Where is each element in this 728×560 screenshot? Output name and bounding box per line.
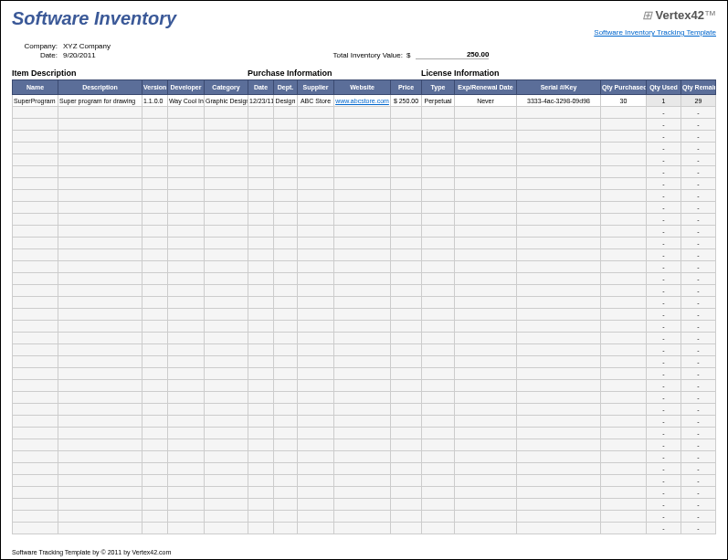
- cell: [168, 249, 205, 261]
- website-link[interactable]: www.abcstore.com: [335, 98, 389, 104]
- cell: [58, 511, 142, 523]
- cell: [58, 285, 142, 297]
- cell: [334, 380, 391, 392]
- cell: [517, 202, 601, 214]
- cell: Never: [455, 95, 517, 107]
- cell: [455, 463, 517, 475]
- cell: [205, 439, 248, 451]
- cell: [248, 261, 274, 273]
- cell: [391, 131, 422, 143]
- cell: -: [647, 416, 681, 428]
- cell: [142, 451, 168, 463]
- cell: [274, 226, 298, 238]
- cell: [168, 131, 205, 143]
- cell: [13, 321, 58, 333]
- cell: -: [681, 511, 716, 523]
- cell: 30: [601, 95, 647, 107]
- table-row: --: [13, 463, 716, 475]
- cell: [168, 297, 205, 309]
- cell: [142, 368, 168, 380]
- cell: [13, 297, 58, 309]
- cell: [274, 131, 298, 143]
- cell: [517, 463, 601, 475]
- cell: [517, 119, 601, 131]
- cell: [142, 333, 168, 344]
- cell: [142, 511, 168, 523]
- cell: -: [681, 131, 716, 143]
- cell: [13, 131, 58, 143]
- cell: [58, 475, 142, 487]
- table-row: --: [13, 190, 716, 202]
- cell: [58, 523, 142, 534]
- cell: [298, 356, 334, 368]
- cell: [422, 392, 455, 404]
- cell: [455, 511, 517, 523]
- cell: 3333-4ac-3298-09d98: [517, 95, 601, 107]
- cell: www.abcstore.com: [334, 95, 391, 107]
- cell: [58, 154, 142, 166]
- cell: [13, 404, 58, 416]
- cell: -: [681, 333, 716, 344]
- cell: [517, 356, 601, 368]
- col-header: Developer: [168, 80, 205, 95]
- cell: [517, 475, 601, 487]
- cell: [601, 107, 647, 119]
- cell: [517, 333, 601, 344]
- cell: [58, 309, 142, 321]
- cell: [168, 451, 205, 463]
- cell: [58, 249, 142, 261]
- cell: [601, 226, 647, 238]
- cell: [142, 463, 168, 475]
- table-row: --: [13, 107, 716, 119]
- col-header: Name: [13, 80, 58, 95]
- table-row: --: [13, 297, 716, 309]
- cell: -: [647, 107, 681, 119]
- cell: [298, 309, 334, 321]
- cell: [422, 321, 455, 333]
- table-row: --: [13, 238, 716, 249]
- cell: [391, 487, 422, 499]
- cell: [298, 439, 334, 451]
- cell: [248, 428, 274, 439]
- template-link[interactable]: Software Inventory Tracking Template: [594, 28, 716, 37]
- cell: -: [681, 214, 716, 226]
- cell: [248, 143, 274, 154]
- cell: [601, 238, 647, 249]
- cell: [517, 166, 601, 178]
- cell: [298, 166, 334, 178]
- cell: [422, 368, 455, 380]
- table-row: --: [13, 475, 716, 487]
- col-header: Qty Used: [647, 80, 681, 95]
- cell: [58, 356, 142, 368]
- cell: [205, 428, 248, 439]
- cell: [168, 404, 205, 416]
- col-header: Description: [58, 80, 142, 95]
- cell: [334, 392, 391, 404]
- cell: [601, 487, 647, 499]
- cell: -: [647, 511, 681, 523]
- cell: -: [681, 249, 716, 261]
- brand-block: ⊞ Vertex42™ Software Inventory Tracking …: [594, 8, 716, 38]
- cell: [142, 356, 168, 368]
- cell: [205, 214, 248, 226]
- cell: [391, 119, 422, 131]
- cell: [334, 344, 391, 356]
- table-row: --: [13, 404, 716, 416]
- cell: -: [681, 166, 716, 178]
- cell: [13, 166, 58, 178]
- cell: [58, 439, 142, 451]
- cell: [58, 131, 142, 143]
- cell: [334, 523, 391, 534]
- cell: [334, 249, 391, 261]
- cell: [391, 214, 422, 226]
- cell: [601, 178, 647, 190]
- cell: [13, 214, 58, 226]
- section-license: License Information: [421, 67, 500, 79]
- cell: [13, 226, 58, 238]
- cell: [142, 166, 168, 178]
- cell: [168, 321, 205, 333]
- cell: [422, 178, 455, 190]
- cell: [58, 380, 142, 392]
- cell: [205, 321, 248, 333]
- cell: -: [647, 380, 681, 392]
